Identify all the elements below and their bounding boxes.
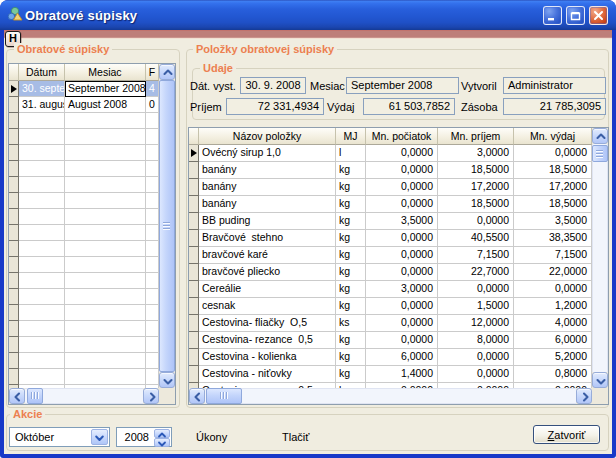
grid-cell[interactable]: kg <box>336 179 366 196</box>
grid-cell[interactable]: 8,0000 <box>438 332 514 349</box>
grid-cell[interactable]: 3,0000 <box>438 145 514 162</box>
supisky-hscrollbar-thumb[interactable] <box>27 388 43 404</box>
grid-corner-header[interactable] <box>189 128 199 145</box>
grid-cell[interactable]: 0,8000 <box>514 366 592 383</box>
grid-cell[interactable]: 4,0000 <box>514 315 592 332</box>
polozky-hscrollbar-track[interactable] <box>205 388 576 404</box>
grid-cell[interactable] <box>65 257 146 273</box>
grid-cell[interactable]: kg <box>336 332 366 349</box>
grid-cell[interactable] <box>19 161 65 177</box>
grid-cell[interactable]: kg <box>336 298 366 315</box>
grid-cell[interactable] <box>146 289 159 305</box>
month-combobox[interactable]: Október <box>9 427 110 447</box>
mesiac-field[interactable]: September 2008 <box>346 77 459 94</box>
grid-cell[interactable]: 0,0000 <box>438 349 514 366</box>
grid-cell[interactable]: kg <box>336 366 366 383</box>
grid-cell[interactable] <box>19 337 65 353</box>
grid-cell[interactable]: banány <box>199 179 336 196</box>
grid-cell[interactable]: 6,0000 <box>514 332 592 349</box>
supisky-vscrollbar-up-button[interactable] <box>159 64 175 80</box>
grid-cell[interactable] <box>65 321 146 337</box>
polozky-vscrollbar-track[interactable] <box>592 144 608 372</box>
grid-cell[interactable]: 7,1500 <box>438 247 514 264</box>
grid-cell[interactable] <box>65 289 146 305</box>
grid-cell[interactable] <box>146 177 159 193</box>
polozky-vscrollbar-up-button[interactable] <box>592 128 608 144</box>
grid-cell[interactable] <box>65 193 146 209</box>
grid-cell[interactable]: 1,5000 <box>438 298 514 315</box>
grid-cell[interactable] <box>146 273 159 289</box>
supisky-vscrollbar-thumb[interactable] <box>159 80 175 372</box>
tlacit-label[interactable]: Tlačiť <box>282 430 309 444</box>
grid-cell[interactable] <box>65 209 146 225</box>
polozky-vscrollbar-down-button[interactable] <box>592 372 608 388</box>
grid-cell[interactable] <box>65 129 146 145</box>
grid-cell[interactable] <box>19 289 65 305</box>
grid-cell[interactable]: 3,5000 <box>514 213 592 230</box>
grid-cell[interactable]: 1,4000 <box>366 366 438 383</box>
title-bar[interactable]: Obratové súpisky <box>0 0 616 30</box>
grid-cell[interactable] <box>19 209 65 225</box>
grid-cell[interactable]: banány <box>199 196 336 213</box>
grid-cell[interactable]: 12,0000 <box>438 315 514 332</box>
grid-cell[interactable] <box>146 193 159 209</box>
zatvorit-button[interactable]: Zatvoriť <box>533 425 600 444</box>
grid-cell[interactable]: 0,0000 <box>438 213 514 230</box>
prijem-field[interactable]: 72 331,4934 <box>226 98 324 115</box>
grid-cell[interactable]: 0,0000 <box>366 332 438 349</box>
grid-cell[interactable]: 6,0000 <box>366 349 438 366</box>
grid-cell[interactable]: ks <box>336 315 366 332</box>
grid-cell[interactable]: kg <box>336 247 366 264</box>
grid-cell[interactable]: banány <box>199 162 336 179</box>
grid-cell[interactable]: kg <box>336 281 366 298</box>
grid-cell[interactable]: 18,5000 <box>514 162 592 179</box>
grid-cell[interactable]: Cestovina - kolienka <box>199 349 336 366</box>
grid-cell[interactable] <box>65 353 146 369</box>
grid-cell[interactable] <box>65 337 146 353</box>
grid-cell[interactable] <box>19 353 65 369</box>
minimize-button[interactable] <box>543 6 562 25</box>
polozky-hscrollbar-right-button[interactable] <box>576 388 592 404</box>
grid-cell[interactable] <box>19 225 65 241</box>
grid-cell[interactable] <box>146 241 159 257</box>
grid-cell[interactable]: 0,0000 <box>366 179 438 196</box>
grid-cell[interactable]: 3,0000 <box>366 281 438 298</box>
grid-cell[interactable] <box>65 305 146 321</box>
grid-cell[interactable]: 38,3500 <box>514 230 592 247</box>
column-header[interactable]: Dátum <box>19 64 65 81</box>
grid-cell[interactable]: 3,5000 <box>366 213 438 230</box>
grid-cell[interactable]: Cestovina- rezance 0,5 <box>199 332 336 349</box>
grid-cell[interactable] <box>19 177 65 193</box>
grid-cell[interactable]: Ovécný sirup 1,0 <box>199 145 336 162</box>
grid-cell[interactable]: bravčové karé <box>199 247 336 264</box>
grid-cell[interactable] <box>146 337 159 353</box>
grid-cell[interactable]: cesnak <box>199 298 336 315</box>
grid-cell[interactable]: l <box>336 145 366 162</box>
grid-cell[interactable] <box>146 257 159 273</box>
polozky-grid[interactable]: Názov položkyMJMn. počiatokMn. príjemMn.… <box>188 127 609 405</box>
ukony-label[interactable]: Úkony <box>196 430 227 444</box>
grid-cell[interactable]: Cereálie <box>199 281 336 298</box>
zasoba-field[interactable]: 21 785,3095 <box>503 98 606 115</box>
combobox-dropdown-button[interactable] <box>91 429 108 445</box>
grid-cell[interactable] <box>19 129 65 145</box>
column-header[interactable]: Mn. výdaj <box>514 128 592 145</box>
spinner-down-button[interactable] <box>154 438 170 447</box>
grid-cell[interactable]: Bravčové stehno <box>199 230 336 247</box>
grid-cell[interactable]: kg <box>336 264 366 281</box>
column-header[interactable]: F <box>146 64 159 81</box>
grid-cell[interactable] <box>146 161 159 177</box>
grid-cell[interactable] <box>19 145 65 161</box>
column-header[interactable]: MJ <box>336 128 366 145</box>
grid-cell[interactable]: kg <box>336 196 366 213</box>
grid-cell[interactable]: 0,0000 <box>366 145 438 162</box>
grid-cell[interactable]: kg <box>336 162 366 179</box>
close-button[interactable] <box>589 6 608 25</box>
supisky-hscrollbar-left-button[interactable] <box>9 388 25 404</box>
grid-cell[interactable]: 30. septe <box>19 81 65 97</box>
grid-cell[interactable] <box>19 369 65 385</box>
grid-cell[interactable]: kg <box>336 230 366 247</box>
column-header[interactable]: Mesiac <box>65 64 146 81</box>
grid-cell[interactable]: 0,0000 <box>514 145 592 162</box>
grid-cell[interactable]: 0,0000 <box>366 315 438 332</box>
